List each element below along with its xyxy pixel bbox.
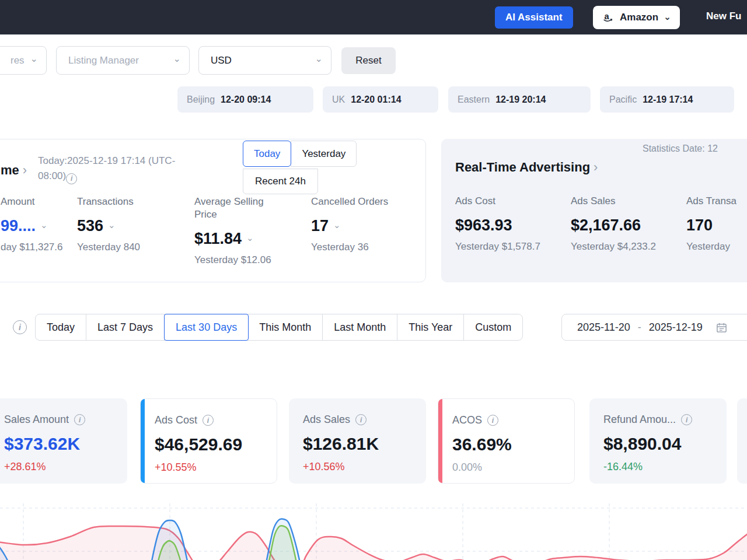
tab-last-7-days[interactable]: Last 7 Days xyxy=(86,314,165,340)
currency-value: USD xyxy=(211,55,232,66)
chevron-down-icon: ⌄ xyxy=(315,54,323,64)
recent-24h-button[interactable]: Recent 24h xyxy=(243,169,318,194)
realtime-advertising-title[interactable]: Real-Time Advertising› xyxy=(455,160,598,175)
chevron-down-icon: ⌄ xyxy=(173,54,181,64)
metric-label: Refund Amou... xyxy=(603,414,676,426)
date-separator: - xyxy=(638,321,641,334)
realtime-advertising-card: Statistics Date: 12 Real-Time Advertisin… xyxy=(441,139,747,282)
metric-value: $373.62K xyxy=(4,434,113,454)
new-feature-link[interactable]: New Fu xyxy=(706,10,741,22)
timezone-time: 12-19 17:14 xyxy=(643,94,693,105)
listing-manager-placeholder: Listing Manager xyxy=(68,55,139,66)
stat-value[interactable]: 99.... xyxy=(1,217,36,235)
metric-card-sales-amount[interactable]: Sales Amount i $373.62K +28.61% xyxy=(0,398,127,484)
stat-amount: Amount 99.... ⌄ day $11,327.6 xyxy=(1,195,63,253)
stat-ads-sales: Ads Sales $2,167.66 Yesterday $4,233.2 xyxy=(571,195,685,253)
stat-yesterday: Yesterday xyxy=(686,241,747,253)
metric-label: Ads Sales xyxy=(303,414,350,426)
arrow-right-icon: › xyxy=(594,160,598,174)
timezone-chip-beijing: Beijing 12-20 09:14 xyxy=(177,86,313,113)
tab-last-month[interactable]: Last Month xyxy=(323,314,397,340)
metric-label: Ads Cost xyxy=(155,414,197,426)
metric-card-acos[interactable]: ACOS i 36.69% 0.00% xyxy=(438,398,575,484)
timezone-time: 12-20 09:14 xyxy=(221,94,271,105)
stat-value: 536 xyxy=(77,217,103,235)
stat-yesterday: day $11,327.6 xyxy=(1,242,63,253)
date-end: 2025-12-19 xyxy=(649,321,703,334)
calendar-icon xyxy=(716,322,727,333)
timezone-time: 12-20 01:14 xyxy=(351,94,401,105)
tab-today[interactable]: Today xyxy=(36,314,86,340)
chevron-down-icon[interactable]: ⌄ xyxy=(333,220,341,229)
chevron-down-icon[interactable]: ⌄ xyxy=(246,233,254,242)
ai-assistant-button[interactable]: AI Assistant xyxy=(495,6,573,29)
metric-card-ads-cost[interactable]: Ads Cost i $46,529.69 +10.55% xyxy=(140,398,277,484)
stat-yesterday: Yesterday 840 xyxy=(77,242,140,253)
toggle-today[interactable]: Today xyxy=(243,141,291,167)
stat-ads-transactions: Ads Transa 170 Yesterday xyxy=(686,195,747,253)
page: AI Assistant a Amazon ⌄ New Fu res ⌄ Lis… xyxy=(0,0,747,560)
info-icon[interactable]: i xyxy=(681,414,692,425)
chevron-down-icon[interactable]: ⌄ xyxy=(108,220,116,229)
metric-value: $8,890.04 xyxy=(603,434,713,454)
svg-text:a: a xyxy=(605,12,610,21)
stat-yesterday: Yesterday 36 xyxy=(311,242,388,253)
stat-value: $11.84 xyxy=(194,230,242,248)
stat-label: Ads Transa xyxy=(686,195,747,208)
stat-label: Ads Sales xyxy=(571,195,685,208)
marketplace-name: Amazon xyxy=(620,12,658,23)
metric-label: Sales Amount xyxy=(4,414,69,426)
date-range-row: i Today Last 7 Days Last 30 Days This Mo… xyxy=(0,314,747,341)
sales-trend-area xyxy=(0,526,747,560)
trend-chart-svg xyxy=(0,500,747,560)
tab-last-30-days[interactable]: Last 30 Days xyxy=(164,314,249,341)
metric-label: ACOS xyxy=(452,414,482,426)
tab-this-year[interactable]: This Year xyxy=(397,314,464,340)
realtime-sales-card: me› Today:2025-12-19 17:14 (UTC- 08:00)i… xyxy=(0,139,426,282)
info-icon[interactable]: i xyxy=(355,414,366,425)
metric-delta: 0.00% xyxy=(452,461,560,474)
timezone-label: UK xyxy=(332,94,345,105)
chevron-down-icon[interactable]: ⌄ xyxy=(40,220,48,229)
timezone-label: Eastern xyxy=(458,94,490,105)
metric-value: $126.81K xyxy=(303,434,412,454)
metric-value: $46,529.69 xyxy=(155,435,263,454)
chevron-down-icon: ⌄ xyxy=(664,12,671,21)
tab-custom[interactable]: Custom xyxy=(464,314,522,340)
date-range-input[interactable]: 2025-11-20 - 2025-12-19 xyxy=(561,314,747,341)
reset-button[interactable]: Reset xyxy=(341,47,396,74)
stat-yesterday: Yesterday $4,233.2 xyxy=(571,241,685,253)
store-select[interactable]: res ⌄ xyxy=(0,46,47,75)
timezone-time: 12-19 20:14 xyxy=(495,94,546,105)
card-accent-stripe xyxy=(141,399,145,483)
currency-select[interactable]: USD ⌄ xyxy=(198,46,331,75)
marketplace-selector[interactable]: a Amazon ⌄ xyxy=(593,6,680,29)
listing-manager-select[interactable]: Listing Manager ⌄ xyxy=(56,46,190,75)
info-icon[interactable]: i xyxy=(487,415,498,426)
realtime-sales-title[interactable]: me› xyxy=(1,163,27,178)
top-navbar: AI Assistant a Amazon ⌄ New Fu xyxy=(0,0,747,35)
stat-yesterday: Yesterday $12.06 xyxy=(194,254,289,266)
timezone-label: Pacific xyxy=(609,94,637,105)
date-start: 2025-11-20 xyxy=(577,321,630,334)
metric-card-ads-sales[interactable]: Ads Sales i $126.81K +10.56% xyxy=(289,398,426,484)
trend-chart xyxy=(0,500,747,560)
info-icon[interactable]: i xyxy=(203,415,214,426)
info-icon[interactable]: i xyxy=(13,320,27,334)
stat-value: 170 xyxy=(686,216,713,235)
realtime-sales-title-text: me xyxy=(1,163,19,177)
toggle-yesterday[interactable]: Yesterday xyxy=(291,141,357,167)
info-icon[interactable]: i xyxy=(74,414,85,425)
tab-this-month[interactable]: This Month xyxy=(248,314,323,340)
realtime-advertising-title-text: Real-Time Advertising xyxy=(455,160,590,174)
stat-label: Average Selling Price xyxy=(194,195,289,221)
stat-label: Ads Cost xyxy=(455,195,570,208)
chevron-down-icon: ⌄ xyxy=(30,54,38,64)
stat-ads-cost: Ads Cost $963.93 Yesterday $1,578.7 xyxy=(455,195,570,253)
stat-yesterday: Yesterday $1,578.7 xyxy=(455,241,570,253)
metric-value: 36.69% xyxy=(452,435,560,454)
stat-cancelled-orders: Cancelled Orders 17 ⌄ Yesterday 36 xyxy=(311,195,388,253)
metric-card-partial[interactable] xyxy=(737,398,747,484)
info-icon[interactable]: i xyxy=(66,173,77,184)
metric-card-refund-amount[interactable]: Refund Amou... i $8,890.04 -16.44% xyxy=(589,398,727,484)
